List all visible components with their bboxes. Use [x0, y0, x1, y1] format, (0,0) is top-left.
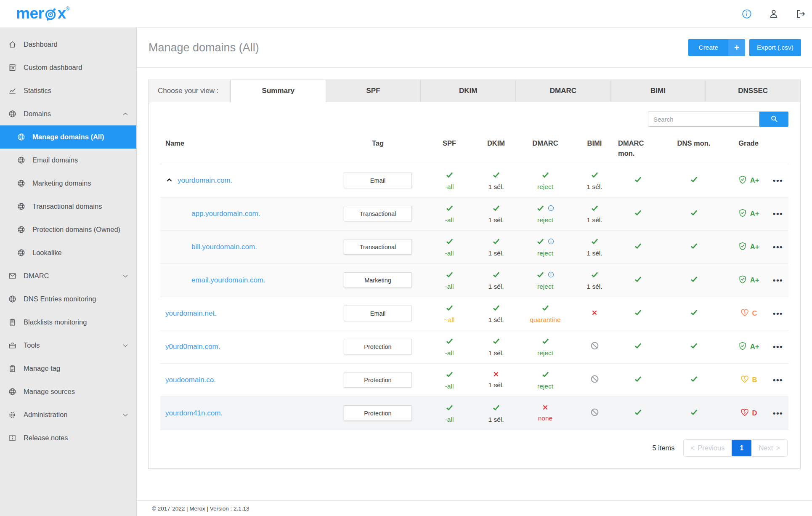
- blocked-icon: [590, 407, 600, 419]
- tab-dmarc[interactable]: DMARC: [516, 80, 611, 102]
- column-header-dkim: DKIM: [472, 138, 520, 159]
- domain-link[interactable]: yourdomain.com.: [178, 176, 232, 185]
- sidebar-item-dashboard[interactable]: Dashboard: [0, 33, 136, 56]
- dmarc-mon-cell: [618, 275, 658, 285]
- check-icon: [445, 270, 454, 281]
- check-icon: [690, 242, 698, 252]
- info-icon[interactable]: [741, 8, 752, 19]
- table-row: y0urd0main.com.Protection-all1 sél.rejec…: [160, 330, 788, 364]
- search-button[interactable]: [759, 112, 788, 127]
- check-icon: [536, 270, 545, 281]
- next-page-button[interactable]: Next >: [751, 440, 787, 456]
- cross-icon: [493, 371, 499, 379]
- sidebar-item-lookalike[interactable]: Lookalike: [0, 241, 136, 264]
- tab-dnssec[interactable]: DNSSEC: [706, 80, 801, 102]
- tag-badge: Transactional: [344, 239, 412, 255]
- sidebar-item-domains[interactable]: Domains: [0, 102, 136, 125]
- row-actions-button[interactable]: •••: [767, 375, 788, 385]
- row-actions-button[interactable]: •••: [767, 176, 788, 185]
- table-header: NameTagSPFDKIMDMARCBIMIDMARCmon.DNS mon.…: [160, 133, 788, 164]
- column-header-tag: Tag: [329, 138, 426, 159]
- grade-cell: C: [730, 308, 767, 319]
- bimi-cell: [571, 374, 618, 386]
- check-icon: [690, 341, 698, 352]
- merox-logo[interactable]: mer x ®: [16, 5, 69, 23]
- domain-link[interactable]: yourdom41n.com.: [165, 409, 223, 418]
- sidebar-item-email-domains[interactable]: Email domains: [0, 149, 136, 172]
- dns-mon-cell: [658, 308, 730, 319]
- row-actions-button[interactable]: •••: [767, 276, 788, 285]
- domain-link[interactable]: youdoomain.co.: [165, 376, 216, 384]
- dmarc-mon-cell: [618, 175, 658, 186]
- dmarc-cell: reject: [520, 337, 571, 357]
- sidebar-item-transactional-domains[interactable]: Transactional domains: [0, 195, 136, 218]
- sidebar-item-custom-dashboard[interactable]: Custom dashboard: [0, 56, 136, 79]
- column-header-dmarc: DMARC: [520, 138, 571, 159]
- chevron-down-icon: [122, 273, 129, 279]
- spf-cell: -all: [426, 170, 472, 191]
- domain-link[interactable]: y0urd0main.com.: [165, 343, 220, 351]
- row-expander-icon[interactable]: [165, 176, 173, 184]
- sidebar-item-manage-domains-all[interactable]: Manage domains (All): [0, 125, 136, 149]
- sidebar-item-dmarc[interactable]: DMARC: [0, 264, 136, 287]
- bimi-cell: 1 sél.: [571, 170, 618, 191]
- current-page[interactable]: 1: [732, 440, 751, 456]
- info-icon[interactable]: [547, 205, 555, 213]
- table-row: yourdomain.net.Email~all1 sél.quarantine…: [160, 297, 788, 330]
- domain-link[interactable]: yourdomain.net.: [165, 309, 217, 318]
- tag-badge: Protection: [344, 405, 412, 421]
- dmarc-cell: quarantine: [520, 303, 571, 324]
- check-icon: [690, 275, 698, 285]
- previous-page-button[interactable]: < Previous: [684, 440, 732, 456]
- search-input[interactable]: [648, 112, 759, 127]
- sidebar-item-protection-domains-owned[interactable]: Protection domains (Owned): [0, 218, 136, 241]
- sidebar-item-tools[interactable]: Tools: [0, 334, 136, 357]
- domain-link[interactable]: app.yourdomain.com.: [191, 210, 260, 218]
- sidebar-item-blacklists-monitoring[interactable]: Blacklists monitoring: [0, 311, 136, 334]
- row-actions-button[interactable]: •••: [767, 242, 788, 252]
- check-icon: [536, 204, 545, 214]
- column-header-spf: SPF: [426, 138, 472, 159]
- sidebar-item-manage-tag[interactable]: Manage tag: [0, 357, 136, 380]
- tab-dkim[interactable]: DKIM: [421, 80, 516, 102]
- chevron-down-icon: [122, 342, 129, 349]
- dns-mon-cell: [658, 375, 730, 385]
- user-icon[interactable]: [768, 8, 779, 19]
- row-actions-button[interactable]: •••: [767, 409, 788, 418]
- grade-cell: B: [730, 375, 767, 386]
- copyright-text: © 2017-2022 | Merox | Version : 2.1.13: [152, 505, 249, 512]
- tab-bimi[interactable]: BIMI: [611, 80, 706, 102]
- row-actions-button[interactable]: •••: [767, 309, 788, 318]
- info-icon[interactable]: [547, 238, 555, 247]
- name-cell: yourdomain.com.: [160, 176, 329, 185]
- tab-summary[interactable]: Summary: [231, 80, 326, 102]
- domain-link[interactable]: email.yourdomain.com.: [191, 276, 265, 285]
- create-button[interactable]: Create +: [688, 39, 745, 56]
- check-icon: [445, 337, 454, 347]
- sidebar-item-dns-entries-monitoring[interactable]: DNS Entries monitoring: [0, 287, 136, 311]
- check-icon: [634, 308, 642, 319]
- cross-icon: [542, 404, 549, 412]
- logout-icon[interactable]: [795, 8, 806, 19]
- chart-icon: [7, 86, 17, 95]
- sidebar-item-release-notes[interactable]: Release notes: [0, 426, 136, 450]
- row-actions-button[interactable]: •••: [767, 342, 788, 351]
- sidebar-item-manage-sources[interactable]: Manage sources: [0, 380, 136, 403]
- tab-spf[interactable]: SPF: [326, 80, 421, 102]
- info-icon[interactable]: [547, 271, 555, 280]
- check-icon: [690, 308, 698, 319]
- sidebar-item-administration[interactable]: Administration: [0, 403, 136, 426]
- bimi-cell: [571, 407, 618, 419]
- export-csv-button[interactable]: Export (.csv): [749, 39, 801, 56]
- row-actions-button[interactable]: •••: [767, 209, 788, 218]
- domain-link[interactable]: bill.yourdomain.com.: [191, 243, 257, 251]
- grade-letter: A+: [750, 343, 759, 351]
- table-body: yourdomain.com.Email-all1 sél.reject1 sé…: [160, 164, 788, 430]
- sidebar-item-statistics[interactable]: Statistics: [0, 79, 136, 102]
- dmarc-mon-cell: [618, 341, 658, 352]
- grade-cell: D: [730, 408, 767, 419]
- sidebar-item-marketing-domains[interactable]: Marketing domains: [0, 172, 136, 195]
- dmarc-cell: reject: [520, 204, 571, 224]
- dns-mon-cell: [658, 341, 730, 352]
- home-icon: [7, 40, 17, 49]
